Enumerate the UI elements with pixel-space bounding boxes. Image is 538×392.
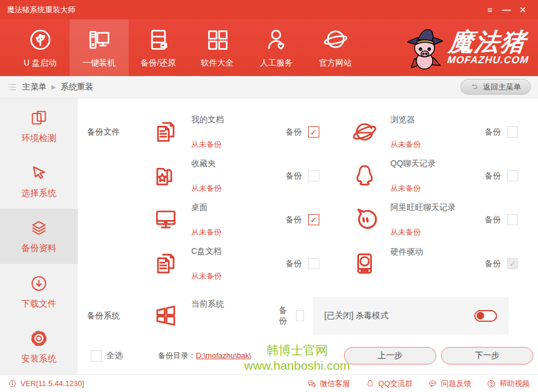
backup-row: 桌面 从未备份 备份 阿里旺旺聊天记录 从未备份 — [86, 198, 538, 242]
footer-link-wechat[interactable]: 微信客服 — [307, 379, 350, 389]
minimize-icon[interactable]: — — [498, 4, 515, 16]
bottom-controls: 全选 备份目录：D:\mofazhu\bak\ 上一步 下一步 — [86, 347, 538, 365]
antivirus-toggle[interactable] — [474, 310, 497, 322]
item-title: C盘文档 — [191, 246, 279, 257]
wechat-icon — [307, 379, 316, 388]
item-text: 当前系统 — [191, 299, 279, 332]
footer-link-label: 微信客服 — [320, 379, 350, 389]
item-text: 我的文档 从未备份 — [191, 115, 279, 150]
footer-link-qq-group[interactable]: QQ交流群 — [365, 379, 413, 389]
back-to-main-menu-button[interactable]: 返回主菜单 — [460, 79, 531, 95]
sidebar-label: 选择系统 — [22, 188, 57, 199]
nav-item-support[interactable]: 人工服务 — [247, 19, 306, 76]
backup-label: 备份 — [286, 127, 302, 137]
help-circle-icon — [487, 379, 496, 388]
backup-checkbox[interactable] — [507, 214, 518, 225]
select-all-label: 全选 — [106, 350, 123, 361]
item-title: 桌面 — [191, 202, 279, 213]
backup-system-row: 备份系统 当前系统 备份 [已关闭] 杀毒模式 — [86, 294, 538, 338]
usb-icon — [27, 27, 53, 53]
backup-checkbox[interactable] — [308, 170, 319, 181]
sidebar-item-env-check[interactable]: 环境检测 — [0, 98, 78, 153]
list-icon — [7, 82, 18, 92]
nav-item-website[interactable]: 官方网站 — [306, 19, 365, 76]
backup-dir-link[interactable]: D:\mofazhu\bak\ — [196, 351, 251, 360]
layers-icon — [29, 218, 49, 238]
toggle-knob — [477, 312, 484, 319]
backup-label: 备份 — [286, 171, 302, 181]
browser-icon — [339, 118, 391, 146]
check-group: 备份 — [485, 214, 518, 225]
nav-bar: U 盘启动 一键装机 备份/还原 软件大全 人工服务 — [0, 19, 538, 76]
check-group: 备份 — [485, 170, 518, 181]
next-step-button[interactable]: 下一步 — [441, 347, 533, 365]
item-subtitle: 从未备份 — [191, 139, 279, 150]
section-label-backup-system: 备份系统 — [86, 311, 140, 321]
sidebar-item-select-system[interactable]: 选择系统 — [0, 153, 78, 208]
select-all-group: 全选 — [91, 350, 123, 362]
hardware-drive-icon — [339, 250, 391, 277]
backup-checkbox[interactable] — [507, 258, 518, 269]
pig-mascot-icon — [403, 25, 446, 71]
backup-label: 备份 — [485, 215, 501, 225]
footer-link-label: QQ交流群 — [378, 379, 413, 389]
desktop-icon — [140, 206, 191, 233]
version-text: VER[11.5.44.1230] — [20, 379, 84, 388]
breadcrumb-main-menu[interactable]: 主菜单 — [22, 82, 47, 92]
item-subtitle: 从未备份 — [391, 139, 478, 150]
sidebar-item-install-system[interactable]: 安装系统 — [0, 319, 78, 374]
nav-item-backup-restore[interactable]: 备份/还原 — [129, 19, 188, 76]
backup-row: C盘文档 从未备份 备份 硬件驱动 — [86, 242, 538, 286]
nav-label: 备份/还原 — [141, 58, 176, 68]
backup-item-hardware-driver: 硬件驱动 备份 — [339, 247, 538, 280]
backup-item-desktop: 桌面 从未备份 备份 — [140, 202, 339, 238]
item-text: 硬件驱动 — [391, 247, 478, 280]
backup-row: 备份文件 我的文档 从未备份 备份 — [86, 110, 538, 154]
sidebar-item-backup-data[interactable]: 备份资料 — [0, 209, 78, 264]
backup-checkbox[interactable] — [308, 214, 319, 225]
backup-item-browser: 浏览器 从未备份 备份 — [339, 115, 538, 150]
check-group: 备份 — [286, 170, 319, 181]
backup-item-favorites: 收藏夹 从未备份 备份 — [140, 159, 339, 194]
item-title: 我的文档 — [191, 115, 279, 125]
menu-icon[interactable]: ≡ — [482, 4, 498, 16]
select-all-checkbox[interactable] — [91, 350, 102, 362]
sidebar-item-download-files[interactable]: 下载文件 — [0, 264, 78, 319]
nav-item-one-key-install[interactable]: 一键装机 — [70, 19, 129, 76]
nav-item-software[interactable]: 软件大全 — [188, 19, 247, 76]
check-group: 备份 — [286, 214, 319, 225]
backup-row: 收藏夹 从未备份 备份 QQ聊天记录 从未备份 — [86, 154, 538, 198]
backup-checkbox[interactable] — [507, 170, 518, 181]
support-person-icon — [264, 27, 289, 53]
backup-label: 备份 — [286, 215, 302, 225]
version-info: VER[11.5.44.1230] — [8, 379, 84, 388]
backup-label: 备份 — [279, 305, 290, 326]
nav-item-usb-boot[interactable]: U 盘启动 — [11, 19, 70, 76]
previous-step-button[interactable]: 上一步 — [344, 347, 436, 365]
footer-link-label: 问题反馈 — [441, 379, 471, 389]
footer: VER[11.5.44.1230] 微信客服 QQ交流群 问题反馈 帮助视频 — [0, 374, 538, 392]
backup-checkbox[interactable] — [308, 126, 319, 137]
backup-checkbox[interactable] — [507, 126, 518, 137]
section-label-backup-files: 备份文件 — [86, 127, 140, 137]
item-subtitle: 从未备份 — [191, 271, 279, 281]
backup-label: 备份 — [485, 127, 501, 137]
nav-label: 官方网站 — [319, 58, 352, 68]
footer-link-help-video[interactable]: 帮助视频 — [487, 379, 530, 389]
check-group: 备份 — [485, 258, 518, 269]
backup-checkbox[interactable] — [308, 258, 319, 269]
footer-link-feedback[interactable]: 问题反馈 — [428, 379, 471, 389]
apps-grid-icon — [205, 27, 230, 53]
back-button-label: 返回主菜单 — [483, 82, 521, 92]
sidebar-label: 备份资料 — [22, 243, 57, 254]
sidebar-label: 下载文件 — [22, 298, 57, 310]
nav-label: 一键装机 — [83, 58, 116, 68]
undo-arrow-icon — [470, 82, 479, 91]
main-content: 备份文件 我的文档 从未备份 备份 — [78, 98, 538, 374]
close-icon[interactable]: ✕ — [515, 4, 531, 16]
check-group: 备份 — [286, 126, 319, 137]
backup-label: 备份 — [286, 259, 302, 269]
breadcrumb: 主菜单 ▶ 系统重装 返回主菜单 — [0, 76, 538, 98]
backup-checkbox[interactable] — [296, 310, 304, 321]
favorites-folder-icon — [140, 162, 191, 190]
